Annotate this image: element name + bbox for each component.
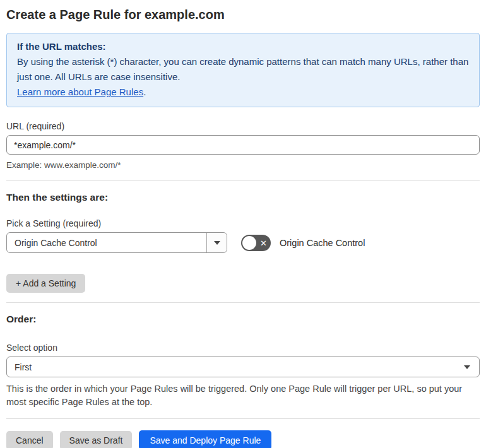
setting-row: Origin Cache Control ✕ Origin Cache Cont…: [6, 232, 480, 253]
toggle-knob: [242, 236, 256, 250]
url-match-info-box: If the URL matches: By using the asteris…: [6, 33, 480, 107]
setting-toggle[interactable]: ✕: [241, 235, 271, 251]
settings-section-heading: Then the settings are:: [6, 191, 480, 204]
link-suffix: .: [143, 86, 146, 97]
toggle-label: Origin Cache Control: [280, 238, 365, 248]
learn-more-link[interactable]: Learn more about Page Rules: [17, 86, 143, 97]
url-helper-text: Example: www.example.com/*: [6, 159, 480, 171]
info-box-body: By using the asterisk (*) character, you…: [17, 54, 469, 85]
pick-setting-label: Pick a Setting (required): [6, 218, 480, 228]
form-actions: Cancel Save as Draft Save and Deploy Pag…: [6, 430, 480, 448]
divider: [6, 302, 480, 303]
url-label: URL (required): [6, 121, 480, 131]
setting-select[interactable]: Origin Cache Control: [6, 232, 227, 253]
setting-select-value: Origin Cache Control: [15, 238, 97, 248]
order-helper-text: This is the order in which your Page Rul…: [6, 382, 480, 409]
url-input[interactable]: [6, 135, 480, 155]
create-page-rule-form: Create a Page Rule for example.com If th…: [0, 0, 486, 448]
save-and-deploy-button[interactable]: Save and Deploy Page Rule: [139, 430, 271, 448]
info-box-link-line: Learn more about Page Rules.: [17, 85, 469, 100]
chevron-down-icon[interactable]: [206, 233, 227, 252]
save-as-draft-button[interactable]: Save as Draft: [60, 431, 133, 448]
triangle-down-icon: [214, 241, 220, 245]
cancel-button[interactable]: Cancel: [6, 431, 53, 448]
order-select-value: First: [15, 362, 32, 372]
page-title: Create a Page Rule for example.com: [6, 6, 480, 23]
divider: [6, 180, 480, 181]
info-box-heading: If the URL matches:: [17, 39, 469, 54]
divider: [6, 418, 480, 419]
order-select-label: Select option: [6, 343, 480, 353]
order-section-heading: Order:: [6, 312, 480, 326]
caret-down-icon: [464, 365, 470, 369]
toggle-off-x-icon: ✕: [260, 239, 267, 247]
order-select[interactable]: First: [6, 357, 480, 377]
add-setting-button[interactable]: + Add a Setting: [6, 274, 85, 293]
